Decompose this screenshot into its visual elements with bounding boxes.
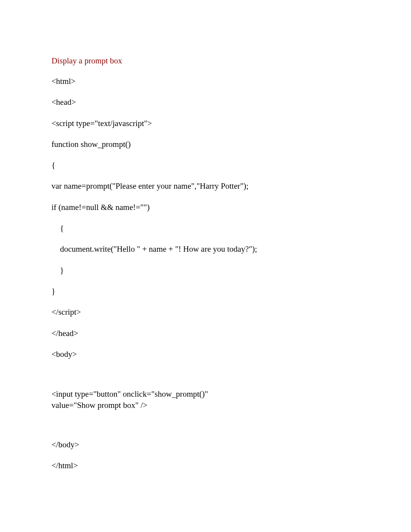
code-line: }	[51, 286, 360, 297]
code-line: <script type="text/javascript">	[51, 118, 360, 129]
code-line: </script>	[51, 307, 360, 317]
code-line: </head>	[51, 328, 360, 339]
code-line: function show_prompt()	[51, 139, 360, 150]
code-line: <head>	[51, 97, 360, 107]
code-line: <body>	[51, 349, 360, 360]
page-title: Display a prompt box	[51, 56, 360, 66]
code-line: document.write("Hello " + name + "! How …	[51, 244, 360, 254]
code-line: {	[51, 223, 360, 234]
code-line: {	[51, 160, 360, 171]
code-line: }	[51, 265, 360, 276]
code-line: <html>	[51, 76, 360, 87]
code-line: </body>	[51, 440, 360, 450]
code-line: <input type="button" onclick="show_promp…	[51, 389, 360, 411]
code-line: </html>	[51, 460, 360, 471]
code-text: value="Show prompt box" />	[51, 401, 147, 410]
code-text: <input type="button" onclick="show_promp…	[51, 389, 208, 399]
code-line: var name=prompt("Please enter your name"…	[51, 181, 360, 191]
code-line: if (name!=null && name!="")	[51, 202, 360, 213]
